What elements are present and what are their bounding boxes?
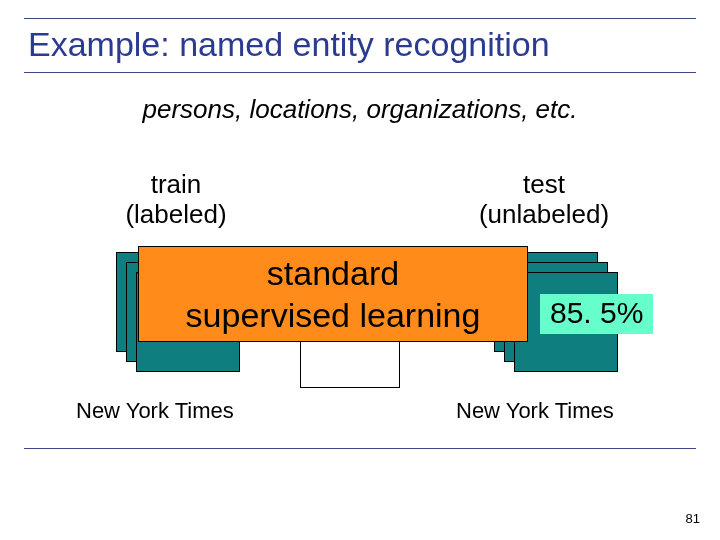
title-rule-top — [24, 18, 696, 19]
slide-title: Example: named entity recognition — [24, 23, 696, 70]
footer-rule — [24, 448, 696, 449]
method-banner: standard supervised learning — [138, 246, 528, 342]
test-column-label: test (unlabeled) — [444, 170, 644, 230]
test-label-line1: test — [523, 169, 565, 199]
method-line1: standard — [267, 252, 399, 295]
train-source-label: New York Times — [76, 398, 234, 424]
test-source-label: New York Times — [456, 398, 614, 424]
train-column-label: train (labeled) — [86, 170, 266, 230]
test-label-line2: (unlabeled) — [479, 199, 609, 229]
train-label-line1: train — [151, 169, 202, 199]
title-rule-bottom — [24, 72, 696, 73]
page-number: 81 — [686, 511, 700, 526]
slide-subtitle: persons, locations, organizations, etc. — [0, 94, 720, 125]
train-label-line2: (labeled) — [125, 199, 226, 229]
method-line2: supervised learning — [186, 294, 481, 337]
accuracy-highlight: 85. 5% — [540, 294, 653, 334]
title-block: Example: named entity recognition — [24, 18, 696, 73]
